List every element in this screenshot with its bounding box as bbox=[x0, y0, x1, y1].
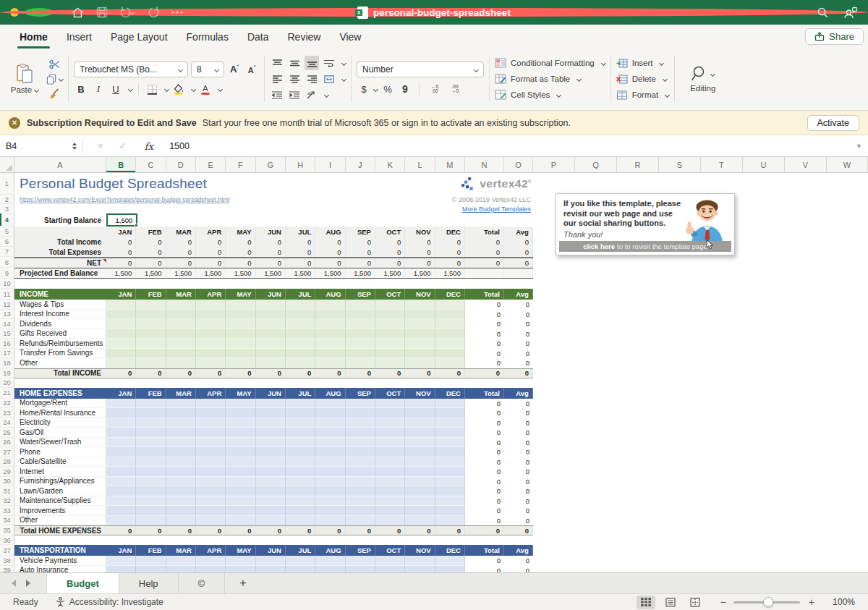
row-header-9[interactable]: 9 bbox=[0, 268, 14, 279]
column-header-U[interactable]: U bbox=[743, 157, 785, 172]
cell[interactable]: 0 bbox=[196, 258, 226, 268]
cell[interactable]: 0 bbox=[465, 349, 504, 359]
cell[interactable] bbox=[435, 310, 465, 320]
cell[interactable] bbox=[196, 477, 226, 487]
cell[interactable] bbox=[196, 566, 226, 573]
cell[interactable] bbox=[166, 486, 196, 496]
cell[interactable] bbox=[375, 457, 405, 467]
cell[interactable]: 0 bbox=[286, 247, 315, 257]
cell[interactable] bbox=[405, 438, 435, 448]
cell[interactable] bbox=[346, 457, 375, 467]
cell[interactable] bbox=[435, 447, 465, 457]
cell[interactable] bbox=[286, 496, 315, 507]
cell[interactable]: 0 bbox=[405, 369, 435, 378]
zoom-out-button[interactable]: − bbox=[720, 596, 726, 608]
cell[interactable]: 0 bbox=[315, 237, 345, 247]
cell[interactable] bbox=[136, 477, 166, 487]
total-header[interactable]: Total bbox=[465, 226, 504, 237]
row-header-11[interactable]: 11 bbox=[0, 289, 14, 300]
cell[interactable]: NOV bbox=[405, 388, 435, 399]
cell[interactable]: Avg bbox=[504, 289, 533, 300]
cell[interactable] bbox=[136, 310, 166, 320]
menu-tab-insert[interactable]: Insert bbox=[57, 25, 101, 48]
cell[interactable] bbox=[405, 467, 435, 477]
cell[interactable]: MAR bbox=[166, 226, 196, 237]
cell[interactable]: 0 bbox=[136, 247, 166, 257]
starting-balance-label[interactable]: Starting Balance bbox=[14, 213, 106, 226]
increase-font-size-button[interactable]: Aˆ bbox=[227, 62, 242, 77]
cell[interactable] bbox=[315, 447, 345, 457]
more-templates-link[interactable]: More Budget Templates bbox=[462, 206, 533, 213]
cell[interactable] bbox=[106, 477, 136, 487]
cell[interactable] bbox=[405, 408, 435, 418]
cell[interactable]: 1,500 bbox=[405, 268, 435, 278]
cell[interactable]: 0 bbox=[504, 486, 533, 496]
cell[interactable] bbox=[226, 438, 255, 448]
item-label[interactable]: Mortgage/Rent bbox=[14, 399, 106, 409]
decrease-indent-button[interactable] bbox=[270, 88, 284, 102]
cell[interactable] bbox=[315, 329, 345, 339]
increase-decimal-button[interactable]: ←0.00 bbox=[426, 85, 443, 94]
cell[interactable]: 0 bbox=[504, 319, 533, 329]
cell[interactable]: 0 bbox=[465, 339, 504, 349]
cell[interactable]: 0 bbox=[504, 339, 533, 349]
cell[interactable] bbox=[106, 496, 136, 507]
cell[interactable] bbox=[405, 516, 435, 526]
cell[interactable]: MAY bbox=[226, 289, 255, 300]
name-box-stepper[interactable] bbox=[72, 143, 77, 150]
column-header-H[interactable]: H bbox=[286, 157, 315, 172]
cell[interactable] bbox=[405, 339, 435, 349]
sheet-tab-budget[interactable]: Budget bbox=[46, 573, 119, 593]
row-header-21[interactable]: 21 bbox=[0, 388, 14, 399]
cell[interactable] bbox=[315, 310, 345, 320]
cell[interactable]: 0 bbox=[435, 258, 465, 268]
column-header-N[interactable]: N bbox=[465, 157, 504, 172]
cell[interactable]: NOV bbox=[405, 226, 435, 237]
cell[interactable]: JAN bbox=[106, 545, 136, 556]
cell[interactable] bbox=[256, 467, 286, 477]
cell[interactable]: 0 bbox=[106, 237, 136, 247]
cell[interactable] bbox=[226, 339, 255, 349]
cell[interactable]: JUN bbox=[256, 226, 286, 237]
cell[interactable] bbox=[136, 556, 166, 566]
cell[interactable]: 0 bbox=[196, 247, 226, 257]
cell[interactable]: 0 bbox=[435, 526, 465, 535]
cell[interactable] bbox=[375, 399, 405, 409]
cell[interactable] bbox=[375, 418, 405, 428]
cell[interactable] bbox=[226, 408, 255, 418]
row-header-31[interactable]: 31 bbox=[0, 486, 14, 496]
cell[interactable] bbox=[196, 457, 226, 467]
cell[interactable] bbox=[346, 506, 375, 516]
cell[interactable] bbox=[106, 329, 136, 339]
cell[interactable] bbox=[375, 319, 405, 329]
cell[interactable] bbox=[286, 566, 315, 573]
section-total-label[interactable]: Total HOME EXPENSES bbox=[14, 526, 106, 535]
cancel-entry-icon[interactable]: × bbox=[98, 140, 103, 151]
cell[interactable]: 0 bbox=[504, 428, 533, 438]
cell[interactable] bbox=[196, 447, 226, 457]
cell[interactable] bbox=[286, 310, 315, 320]
cell[interactable] bbox=[346, 300, 375, 310]
cell[interactable] bbox=[435, 349, 465, 359]
cell[interactable] bbox=[136, 566, 166, 573]
cell[interactable]: Avg bbox=[504, 545, 533, 556]
delete-cells-button[interactable]: Delete bbox=[616, 72, 669, 87]
cell[interactable]: APR bbox=[196, 226, 226, 237]
section-total-label[interactable]: Total INCOME bbox=[14, 369, 106, 378]
column-header-E[interactable]: E bbox=[196, 157, 226, 172]
cell[interactable]: NOV bbox=[405, 289, 435, 300]
cell[interactable] bbox=[405, 496, 435, 507]
cell[interactable]: 0 bbox=[465, 516, 504, 526]
cell[interactable]: 0 bbox=[256, 237, 286, 247]
cell[interactable]: 0 bbox=[196, 369, 226, 378]
cell[interactable] bbox=[346, 438, 375, 448]
cell[interactable] bbox=[136, 329, 166, 339]
formula-bar-expand-icon[interactable]: ▼ bbox=[856, 143, 862, 150]
cell[interactable]: 0 bbox=[226, 258, 255, 268]
format-as-table-button[interactable]: Format as Table bbox=[495, 72, 605, 87]
cell[interactable] bbox=[435, 566, 465, 573]
next-sheet-icon[interactable] bbox=[26, 580, 30, 587]
align-center-button[interactable] bbox=[287, 72, 302, 86]
cell[interactable] bbox=[256, 496, 286, 507]
cell[interactable]: 1,500 bbox=[106, 268, 136, 278]
